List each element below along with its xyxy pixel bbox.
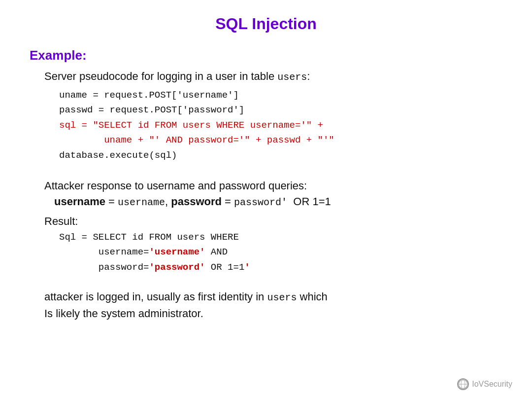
- result-code: Sql = SELECT id FROM users WHERE usernam…: [59, 230, 502, 275]
- page-title: SQL Injection: [30, 15, 502, 33]
- code-line-1: uname = request.POST['username']: [59, 88, 502, 103]
- code-line-3: sql = "SELECT id FROM users WHERE userna…: [59, 118, 502, 133]
- watermark: IoVSecurity: [457, 378, 512, 390]
- result-line-3: password='password' OR 1=1': [59, 260, 502, 275]
- users-inline-code: users: [277, 72, 307, 83]
- result-section: Result: Sql = SELECT id FROM users WHERE…: [30, 215, 502, 285]
- attacker-query: username = username, password = password…: [54, 195, 502, 208]
- example-label: Example:: [30, 48, 502, 63]
- footer-line-2: Is likely the system administrator.: [44, 305, 502, 322]
- attacker-title: Attacker response to username and passwo…: [44, 180, 502, 192]
- watermark-icon: [457, 378, 469, 390]
- footer-line-1: attacker is logged in, usually as first …: [44, 289, 502, 305]
- attacker-section: Attacker response to username and passwo…: [30, 180, 502, 208]
- code-line-2: passwd = request.POST['password']: [59, 103, 502, 117]
- code-line-5: database.execute(sql): [59, 148, 502, 163]
- code-block: uname = request.POST['username'] passwd …: [59, 88, 502, 163]
- result-line-1: Sql = SELECT id FROM users WHERE: [59, 230, 502, 245]
- result-line-2: username='username' AND: [59, 245, 502, 259]
- intro-text: Server pseudocode for logging in a user …: [44, 70, 502, 83]
- footer-text: attacker is logged in, usually as first …: [44, 289, 502, 322]
- code-line-4: uname + "' AND password='" + passwd + "'…: [59, 133, 502, 147]
- watermark-text: IoVSecurity: [472, 380, 512, 389]
- result-label: Result:: [44, 215, 502, 228]
- footer-users-code: users: [267, 292, 297, 303]
